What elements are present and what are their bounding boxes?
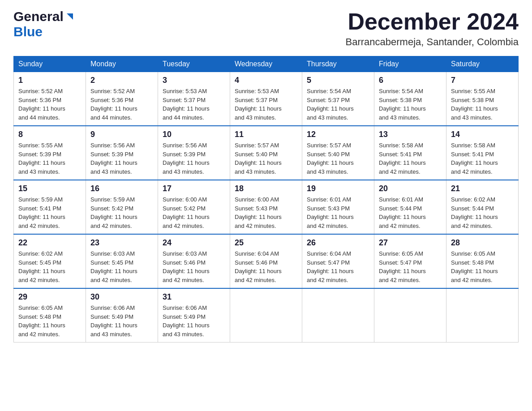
calendar-cell: 23Sunrise: 6:03 AMSunset: 5:45 PMDayligh… [86,234,158,288]
location-title: Barrancabermeja, Santander, Colombia [346,36,519,48]
day-info: Sunrise: 6:03 AMSunset: 5:45 PMDaylight:… [90,249,153,284]
day-number: 22 [18,238,81,248]
day-number: 14 [451,130,514,139]
calendar-cell: 30Sunrise: 6:06 AMSunset: 5:49 PMDayligh… [86,288,158,342]
logo-general: General [13,9,64,24]
day-number: 29 [18,292,81,302]
day-number: 13 [379,130,442,139]
day-number: 5 [307,76,369,85]
day-info: Sunrise: 5:56 AMSunset: 5:39 PMDaylight:… [90,141,153,176]
day-number: 21 [451,184,514,193]
day-number: 24 [163,238,225,248]
day-number: 28 [451,238,514,248]
calendar-cell: 4Sunrise: 5:53 AMSunset: 5:37 PMDaylight… [230,72,302,126]
logo: General Blue [13,9,75,39]
calendar-week-row: 29Sunrise: 6:05 AMSunset: 5:48 PMDayligh… [14,288,519,342]
day-number: 27 [379,238,442,248]
day-info: Sunrise: 5:53 AMSunset: 5:37 PMDaylight:… [163,87,225,122]
logo-blue: Blue [13,24,43,39]
col-header-sunday: Sunday [14,56,86,72]
col-header-monday: Monday [86,56,158,72]
calendar-cell: 22Sunrise: 6:02 AMSunset: 5:45 PMDayligh… [14,234,86,288]
day-info: Sunrise: 5:54 AMSunset: 5:38 PMDaylight:… [379,87,442,122]
day-info: Sunrise: 5:58 AMSunset: 5:41 PMDaylight:… [379,141,442,176]
calendar-cell: 12Sunrise: 5:57 AMSunset: 5:40 PMDayligh… [302,126,374,180]
day-info: Sunrise: 5:59 AMSunset: 5:41 PMDaylight:… [18,195,81,230]
day-number: 20 [379,184,442,193]
day-number: 10 [163,130,225,139]
day-info: Sunrise: 6:00 AMSunset: 5:42 PMDaylight:… [163,195,225,230]
day-info: Sunrise: 6:03 AMSunset: 5:46 PMDaylight:… [163,249,225,284]
col-header-wednesday: Wednesday [230,56,302,72]
day-number: 9 [90,130,153,139]
page-header: General Blue December 2024 Barrancaberme… [13,9,519,48]
month-title: December 2024 [346,9,519,34]
calendar-cell: 15Sunrise: 5:59 AMSunset: 5:41 PMDayligh… [14,180,86,234]
calendar-cell: 9Sunrise: 5:56 AMSunset: 5:39 PMDaylight… [86,126,158,180]
day-number: 11 [235,130,297,139]
calendar-cell: 8Sunrise: 5:55 AMSunset: 5:39 PMDaylight… [14,126,86,180]
day-info: Sunrise: 6:01 AMSunset: 5:44 PMDaylight:… [379,195,442,230]
calendar-cell: 26Sunrise: 6:04 AMSunset: 5:47 PMDayligh… [302,234,374,288]
day-info: Sunrise: 5:57 AMSunset: 5:40 PMDaylight:… [307,141,369,176]
calendar-cell: 17Sunrise: 6:00 AMSunset: 5:42 PMDayligh… [158,180,230,234]
day-info: Sunrise: 5:55 AMSunset: 5:39 PMDaylight:… [18,141,81,176]
calendar-cell: 3Sunrise: 5:53 AMSunset: 5:37 PMDaylight… [158,72,230,126]
day-number: 8 [18,130,81,139]
day-number: 12 [307,130,369,139]
day-info: Sunrise: 6:05 AMSunset: 5:48 PMDaylight:… [18,304,81,338]
col-header-tuesday: Tuesday [158,56,230,72]
calendar-cell: 6Sunrise: 5:54 AMSunset: 5:38 PMDaylight… [374,72,446,126]
col-header-friday: Friday [374,56,446,72]
calendar-cell: 25Sunrise: 6:04 AMSunset: 5:46 PMDayligh… [230,234,302,288]
calendar-cell: 19Sunrise: 6:01 AMSunset: 5:43 PMDayligh… [302,180,374,234]
calendar-week-row: 1Sunrise: 5:52 AMSunset: 5:36 PMDaylight… [14,72,519,126]
calendar-cell: 29Sunrise: 6:05 AMSunset: 5:48 PMDayligh… [14,288,86,342]
calendar-cell: 18Sunrise: 6:00 AMSunset: 5:43 PMDayligh… [230,180,302,234]
day-info: Sunrise: 6:06 AMSunset: 5:49 PMDaylight:… [163,304,225,338]
day-number: 30 [90,292,153,302]
day-info: Sunrise: 5:53 AMSunset: 5:37 PMDaylight:… [235,87,297,122]
calendar-cell: 24Sunrise: 6:03 AMSunset: 5:46 PMDayligh… [158,234,230,288]
day-number: 3 [163,76,225,85]
calendar-cell: 13Sunrise: 5:58 AMSunset: 5:41 PMDayligh… [374,126,446,180]
day-number: 15 [18,184,81,193]
day-number: 4 [235,76,297,85]
calendar-cell: 27Sunrise: 6:05 AMSunset: 5:47 PMDayligh… [374,234,446,288]
calendar-cell: 21Sunrise: 6:02 AMSunset: 5:44 PMDayligh… [446,180,519,234]
calendar-cell: 2Sunrise: 5:52 AMSunset: 5:36 PMDaylight… [86,72,158,126]
day-number: 25 [235,238,297,248]
day-number: 19 [307,184,369,193]
day-number: 18 [235,184,297,193]
day-number: 23 [90,238,153,248]
day-info: Sunrise: 5:59 AMSunset: 5:42 PMDaylight:… [90,195,153,230]
calendar-cell [302,288,374,342]
day-number: 31 [163,292,225,302]
day-info: Sunrise: 5:57 AMSunset: 5:40 PMDaylight:… [235,141,297,176]
logo-triangle-icon [65,12,75,21]
calendar-cell: 31Sunrise: 6:06 AMSunset: 5:49 PMDayligh… [158,288,230,342]
calendar-week-row: 15Sunrise: 5:59 AMSunset: 5:41 PMDayligh… [14,180,519,234]
day-info: Sunrise: 6:02 AMSunset: 5:44 PMDaylight:… [451,195,514,230]
day-info: Sunrise: 5:52 AMSunset: 5:36 PMDaylight:… [90,87,153,122]
calendar-week-row: 8Sunrise: 5:55 AMSunset: 5:39 PMDaylight… [14,126,519,180]
col-header-saturday: Saturday [446,56,519,72]
day-info: Sunrise: 5:54 AMSunset: 5:37 PMDaylight:… [307,87,369,122]
day-info: Sunrise: 6:04 AMSunset: 5:47 PMDaylight:… [307,249,369,284]
day-info: Sunrise: 6:04 AMSunset: 5:46 PMDaylight:… [235,249,297,284]
calendar-cell: 16Sunrise: 5:59 AMSunset: 5:42 PMDayligh… [86,180,158,234]
calendar-cell: 5Sunrise: 5:54 AMSunset: 5:37 PMDaylight… [302,72,374,126]
day-number: 17 [163,184,225,193]
day-number: 1 [18,76,81,85]
day-number: 7 [451,76,514,85]
calendar-cell: 1Sunrise: 5:52 AMSunset: 5:36 PMDaylight… [14,72,86,126]
day-info: Sunrise: 6:02 AMSunset: 5:45 PMDaylight:… [18,249,81,284]
day-info: Sunrise: 5:58 AMSunset: 5:41 PMDaylight:… [451,141,514,176]
calendar-cell [230,288,302,342]
title-section: December 2024 Barrancabermeja, Santander… [346,9,519,48]
calendar-header-row: SundayMondayTuesdayWednesdayThursdayFrid… [14,56,519,72]
col-header-thursday: Thursday [302,56,374,72]
day-info: Sunrise: 6:00 AMSunset: 5:43 PMDaylight:… [235,195,297,230]
calendar-cell [374,288,446,342]
day-info: Sunrise: 5:56 AMSunset: 5:39 PMDaylight:… [163,141,225,176]
